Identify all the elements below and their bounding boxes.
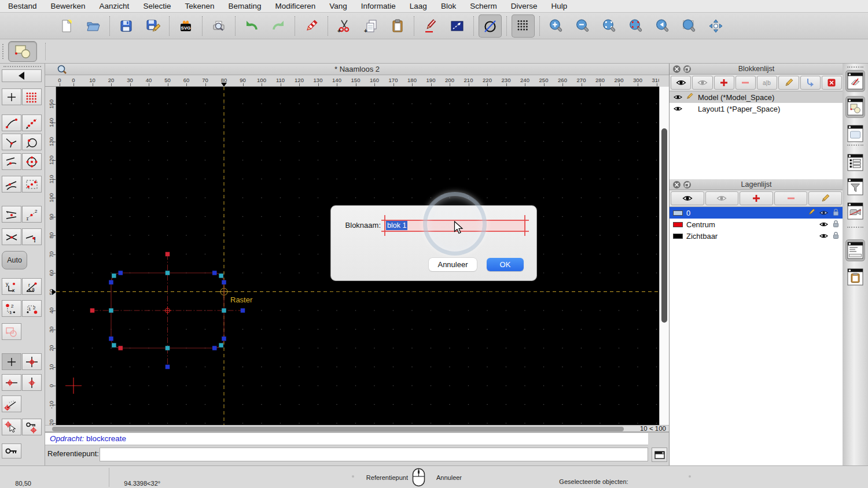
attributes-apply-button[interactable] [446,14,469,38]
dock-command-line-button[interactable] [845,239,865,261]
menu-item-aanzicht[interactable]: Aanzicht [93,0,137,13]
block-list-titlebar[interactable]: Blokkenlijst [670,64,843,75]
snap-on-entity-button[interactable] [22,134,42,150]
dock-view-options-button[interactable] [845,200,865,222]
menu-item-hulp[interactable]: Hulp [544,0,574,13]
cut-button[interactable]: + [333,14,356,38]
open-file-button[interactable] [82,14,105,38]
snap-tangential-button[interactable] [2,176,21,193]
snap-middle-points-button[interactable]: 12 [22,206,42,223]
restrict-angle-button[interactable] [2,395,21,412]
edit-block-button[interactable] [778,76,799,90]
show-all-layers-button[interactable] [671,191,704,205]
draft-mode-button[interactable] [479,14,502,38]
eye-icon[interactable] [819,209,828,217]
insert-block-button[interactable] [800,76,821,90]
document-window-titlebar[interactable]: * Naamloos 2 [45,64,669,75]
snap-grid-button[interactable] [22,88,42,105]
block-row[interactable]: Layout1 (*Paper_Space) [670,103,843,114]
command-options-button[interactable] [652,448,667,462]
snap-distance-a-button[interactable]: 12 [2,300,21,317]
menu-item-vang[interactable]: Vang [322,0,354,13]
dock-selection-filter-button[interactable] [845,176,865,198]
restrict-nothing-button[interactable] [2,353,21,370]
svg-export-button[interactable]: SVG [174,14,197,38]
lock-icon[interactable] [832,220,840,230]
vertical-scrollbar[interactable] [659,87,669,425]
cancel-button[interactable]: Annuleer [429,258,477,271]
restrict-vertical-button[interactable] [22,374,42,391]
menu-item-bestand[interactable]: Bestand [1,0,44,13]
menu-item-bemating[interactable]: Bemating [221,0,268,13]
snap-middle-button[interactable] [2,206,21,223]
eye-icon[interactable] [674,93,682,102]
edit-layer-button[interactable] [808,191,842,205]
dock-layer-list-button[interactable] [845,70,865,92]
menu-item-informatie[interactable]: Informatie [354,0,403,13]
lock-icon[interactable] [832,208,840,218]
attributes-pencil-button[interactable] [419,14,442,38]
hide-all-layers-button[interactable] [705,191,739,205]
snap-back-button[interactable] [2,69,42,82]
hide-all-blocks-button[interactable] [692,76,712,90]
snap-xy-coordinate-button[interactable]: yx [2,278,21,295]
zoom-window-button[interactable] [678,14,701,38]
zoom-out-button[interactable] [571,14,594,38]
lock-icon[interactable] [832,231,840,241]
reference-point-input[interactable] [100,448,648,461]
snap-distance-b-button[interactable]: 12 [22,300,42,317]
snap-free-button[interactable] [2,88,21,105]
layer-list-titlebar[interactable]: Lagenlijst [670,179,843,190]
zoom-selection-button[interactable] [624,14,648,38]
pencil-icon[interactable] [808,208,815,217]
snap-center-button[interactable] [22,153,42,170]
redo-button[interactable] [267,14,290,38]
toolbar-drag-handle[interactable] [3,66,41,68]
relative-zero-key-button[interactable] [2,443,21,459]
snap-perpendicular-button[interactable] [2,134,21,150]
lock-relative-zero-button[interactable] [22,419,42,435]
eye-icon[interactable] [674,105,682,113]
menu-item-scherm[interactable]: Scherm [463,0,504,13]
copy-button[interactable]: + [359,14,382,38]
zoom-in-button[interactable] [545,14,568,38]
snap-intersection-manual-button[interactable]: ! [22,228,42,245]
snap-reference-button[interactable] [22,176,42,193]
paste-button[interactable] [386,14,409,38]
snap-intersection-button[interactable] [2,228,21,245]
zoom-previous-button[interactable] [651,14,674,38]
remove-layer-button[interactable] [774,191,808,205]
show-all-blocks-button[interactable] [671,76,691,90]
menu-item-blok[interactable]: Blok [434,0,463,13]
dock-property-editor-button[interactable] [845,151,865,173]
zoom-pan-button[interactable] [704,14,727,38]
snap-nearest-button[interactable] [2,153,21,170]
toolbar-drag-handle[interactable] [2,44,4,59]
restrict-orthogonal-button[interactable] [22,353,42,370]
menu-item-bewerken[interactable]: Bewerken [44,0,93,13]
snap-endpoints-button[interactable] [2,114,21,131]
rename-block-button[interactable]: a|b [757,76,777,90]
restrict-block-button[interactable] [2,323,21,340]
save-as-button[interactable] [141,14,164,38]
layer-row[interactable]: Centrum [670,219,843,230]
menu-item-tekenen[interactable]: Tekenen [178,0,221,13]
menu-item-laag[interactable]: Laag [403,0,434,13]
delete-block-button[interactable] [822,76,842,90]
menu-item-modificeren[interactable]: Modificeren [269,0,323,13]
vertical-scrollbar-thumb[interactable] [661,128,667,323]
restrict-horizontal-button[interactable] [2,374,21,391]
ok-button[interactable]: OK [487,258,524,271]
layer-row[interactable]: Zichtbaar [670,230,843,242]
menu-item-diverse[interactable]: Diverse [504,0,545,13]
snap-polar-coordinate-button[interactable]: ra [22,278,42,295]
snap-auto-button[interactable]: Auto [2,251,27,269]
dock-library-browser-button[interactable] [845,123,865,145]
block-row[interactable]: Model (*Model_Space) [670,91,843,103]
eye-icon[interactable] [819,220,828,229]
layer-row[interactable]: 0 [670,207,843,219]
save-button[interactable] [115,14,138,38]
dock-clipboard-button[interactable] [845,266,865,288]
grid-toggle-button[interactable] [512,14,535,38]
print-preview-button[interactable] [207,14,230,38]
